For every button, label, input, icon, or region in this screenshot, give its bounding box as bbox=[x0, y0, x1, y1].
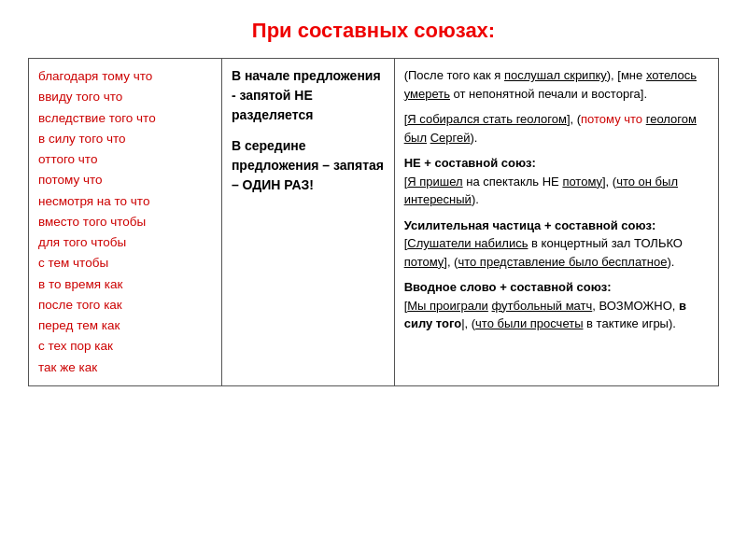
col3-block4: Усилительная частица + составной союз: [… bbox=[404, 217, 709, 272]
col1-lines: благодаря тому что ввиду того что вследс… bbox=[38, 66, 212, 378]
col3-block1: (После того как я послушал скрипку), [мн… bbox=[404, 66, 709, 103]
main-table: благодаря тому что ввиду того что вследс… bbox=[28, 58, 719, 386]
col2-block2: В середине предложения – запятая – ОДИН … bbox=[232, 136, 385, 195]
col3-cell: (После того как я послушал скрипку), [мн… bbox=[394, 59, 718, 386]
page-title: При составных союзах: bbox=[28, 19, 719, 43]
col3-block5: Вводное слово + составной союз: [Мы прои… bbox=[404, 278, 709, 333]
col1-cell: благодаря тому что ввиду того что вследс… bbox=[29, 59, 222, 386]
col2-block1: В начале предложения - запятой НЕ раздел… bbox=[232, 66, 385, 125]
col3-block3: НЕ + составной союз: [Я пришел на спекта… bbox=[404, 154, 709, 209]
col3-block2: [Я собирался стать геологом], (потому чт… bbox=[404, 110, 709, 147]
col2-cell: В начале предложения - запятой НЕ раздел… bbox=[221, 59, 394, 386]
